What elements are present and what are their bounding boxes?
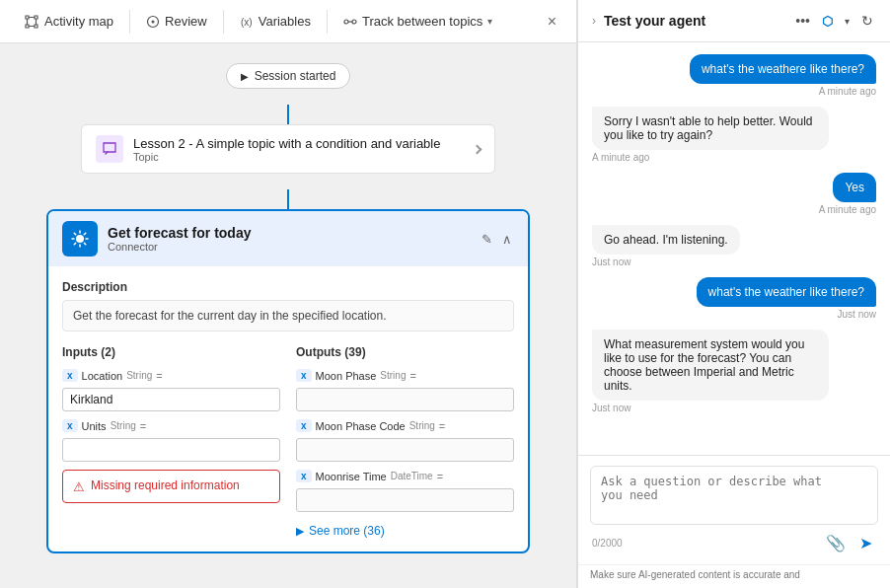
left-panel: Activity map Review (x) Variables Track … <box>0 0 577 588</box>
output-moon-phase-code-name: Moon Phase Code <box>316 420 406 432</box>
message-group-6: What measurement system would you like t… <box>592 330 829 413</box>
output-moon-phase-code-eq: = <box>439 420 445 432</box>
connector-title-area: Get forecast for today Connector <box>108 225 480 253</box>
top-nav: Activity map Review (x) Variables Track … <box>0 0 576 43</box>
var-tag-moonrise: x <box>296 470 312 482</box>
output-moon-phase-field[interactable] <box>296 388 514 411</box>
msg-time-2: A minute ago <box>592 152 649 163</box>
svg-text:(x): (x) <box>241 17 253 28</box>
chat-header-actions: ••• ⬡ ▾ ↻ <box>792 10 876 32</box>
refresh-icon[interactable]: ↻ <box>858 10 876 32</box>
error-text: Missing required information <box>91 478 240 492</box>
inputs-title: Inputs (2) <box>62 345 280 359</box>
message-group-3: Yes A minute ago <box>819 173 876 215</box>
svg-point-4 <box>352 20 356 24</box>
nav-activity-map-label: Activity map <box>44 14 113 29</box>
topic-card[interactable]: Lesson 2 - A simple topic with a conditi… <box>81 124 495 174</box>
user-message-3: what's the weather like there? <box>697 277 876 307</box>
chat-input-area: 0/2000 📎 ➤ <box>578 455 890 564</box>
msg-time-3: A minute ago <box>819 204 876 215</box>
var-tag-units: x <box>62 419 78 432</box>
output-moon-phase-type: String <box>380 370 406 381</box>
nav-track-label: Track between topics <box>362 14 482 29</box>
chat-messages: what's the weathere like there? A minute… <box>578 42 890 455</box>
topic-icon <box>96 135 123 163</box>
input-location-eq: = <box>156 370 162 382</box>
more-options-icon[interactable]: ••• <box>792 10 813 32</box>
description-label: Description <box>62 280 514 294</box>
var-tag-moon-phase: x <box>296 369 312 382</box>
chat-icon <box>102 141 117 157</box>
svg-point-3 <box>344 20 348 24</box>
connector-subtitle: Connector <box>108 241 480 253</box>
chevron-up-icon[interactable]: ∧ <box>500 230 514 249</box>
input-location-row: x Location String = <box>62 369 280 382</box>
connector-line-top <box>287 105 289 124</box>
send-button[interactable]: ➤ <box>855 532 876 554</box>
outputs-section: Outputs (39) x Moon Phase String = x <box>296 345 514 538</box>
output-moon-phase-code-type: String <box>409 420 435 431</box>
input-units-type: String <box>111 420 136 431</box>
output-moonrise-eq: = <box>437 471 443 482</box>
close-icon: × <box>548 13 556 30</box>
chevron-down-icon: ▾ <box>487 16 492 27</box>
user-message-2: Yes <box>833 173 876 202</box>
input-location-field[interactable] <box>62 388 280 411</box>
session-started-label: Session started <box>255 69 336 83</box>
close-button[interactable]: × <box>540 9 564 35</box>
warning-icon: ⚠ <box>73 479 85 494</box>
nav-divider-2 <box>223 10 224 34</box>
nav-variables[interactable]: (x) Variables <box>228 0 323 43</box>
message-group-5: what's the weather like there? Just now <box>697 277 876 320</box>
connector-card: Get forecast for today Connector ✎ ∧ Des… <box>46 209 530 553</box>
output-moon-phase-name: Moon Phase <box>316 370 377 382</box>
connector-title: Get forecast for today <box>108 225 480 241</box>
review-icon <box>146 15 160 29</box>
connector-actions: ✎ ∧ <box>480 230 514 249</box>
input-units-row: x Units String = <box>62 419 280 432</box>
svg-point-5 <box>76 235 84 243</box>
chevron-down-icon[interactable]: ▾ <box>842 13 853 30</box>
var-tag-location: x <box>62 369 78 382</box>
msg-time-5: Just now <box>838 309 876 320</box>
input-units-name: Units <box>82 420 107 432</box>
nav-review[interactable]: Review <box>134 0 219 43</box>
nav-activity-map[interactable]: Activity map <box>12 0 125 43</box>
connector-body: Description Get the forecast for the cur… <box>48 266 528 551</box>
chat-input-field[interactable] <box>590 466 878 525</box>
msg-time-1: A minute ago <box>819 86 876 97</box>
nav-review-label: Review <box>165 14 207 29</box>
right-panel: › Test your agent ••• ⬡ ▾ ↻ what's the w… <box>577 0 890 588</box>
connector-line-middle <box>287 189 289 209</box>
output-moon-phase-code-field[interactable] <box>296 438 514 462</box>
sun-icon <box>70 229 90 249</box>
topic-arrow-icon <box>473 144 482 154</box>
message-group-1: what's the weathere like there? A minute… <box>690 54 876 97</box>
user-message-1: what's the weathere like there? <box>690 54 876 84</box>
see-more-button[interactable]: ▶ See more (36) <box>296 524 514 538</box>
see-more-label: See more (36) <box>309 524 385 538</box>
nav-track-between-topics[interactable]: Track between topics ▾ <box>332 0 504 43</box>
msg-time-4: Just now <box>592 257 630 267</box>
char-count: 0/2000 <box>592 538 623 549</box>
svg-point-1 <box>152 20 155 23</box>
track-icon <box>343 15 357 29</box>
topic-type: Topic <box>133 151 474 163</box>
output-moon-phase-code-row: x Moon Phase Code String = <box>296 419 514 432</box>
bot-message-1: Sorry I wasn't able to help better. Woul… <box>592 107 829 150</box>
nav-divider-1 <box>129 10 130 34</box>
attach-button[interactable]: 📎 <box>822 532 850 554</box>
connector-icon <box>62 221 98 257</box>
edit-icon[interactable]: ✎ <box>480 230 494 249</box>
input-location-type: String <box>126 370 152 381</box>
topic-name: Lesson 2 - A simple topic with a conditi… <box>133 136 474 151</box>
topic-info: Lesson 2 - A simple topic with a conditi… <box>133 136 474 163</box>
expand-chat-icon: › <box>592 14 596 28</box>
input-units-field[interactable] <box>62 438 280 462</box>
connector-header: Get forecast for today Connector ✎ ∧ <box>48 211 528 266</box>
chat-disclaimer: Make sure AI-generated content is accura… <box>578 564 890 588</box>
output-moonrise-field[interactable] <box>296 488 514 512</box>
activity-map-icon <box>24 14 39 30</box>
variables-icon: (x) <box>240 15 254 29</box>
chat-action-buttons: 📎 ➤ <box>822 532 876 554</box>
